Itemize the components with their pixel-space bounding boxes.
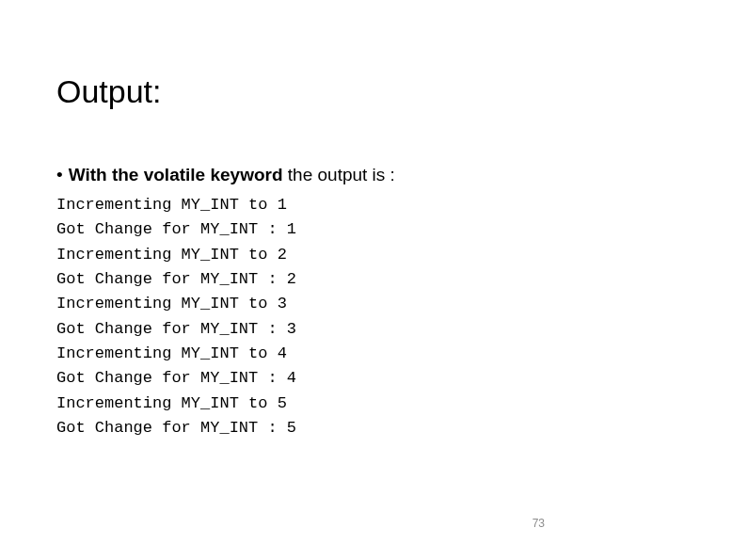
output-line: Got Change for MY_INT : 1	[56, 217, 691, 242]
output-line: Got Change for MY_INT : 3	[56, 317, 691, 342]
bullet-rest-text: the output is :	[283, 165, 395, 184]
code-output-block: Incrementing MY_INT to 1 Got Change for …	[56, 193, 691, 440]
bullet-item: •With the volatile keyword the output is…	[56, 165, 691, 185]
output-line: Incrementing MY_INT to 2	[56, 243, 691, 267]
output-line: Incrementing MY_INT to 1	[56, 193, 691, 217]
page-number: 73	[532, 517, 545, 530]
output-line: Incrementing MY_INT to 4	[56, 342, 691, 366]
output-line: Incrementing MY_INT to 5	[56, 392, 691, 416]
bullet-icon: •	[56, 165, 63, 185]
output-line: Incrementing MY_INT to 3	[56, 292, 691, 316]
slide: Output: •With the volatile keyword the o…	[0, 0, 747, 560]
output-line: Got Change for MY_INT : 2	[56, 267, 691, 292]
output-line: Got Change for MY_INT : 4	[56, 366, 691, 391]
output-line: Got Change for MY_INT : 5	[56, 416, 691, 440]
slide-title: Output:	[56, 73, 691, 110]
bullet-bold-text: With the volatile keyword	[69, 165, 283, 184]
